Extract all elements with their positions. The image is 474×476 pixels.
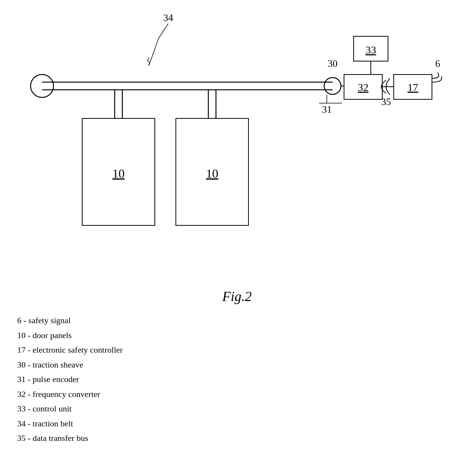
legend-area: 6 - safety signal 10 - door panels 17 - … <box>17 313 123 446</box>
figure-label: Fig.2 <box>222 288 252 304</box>
legend-item-6: 6 - safety signal <box>17 313 123 328</box>
label-30: 30 <box>328 58 338 69</box>
legend-item-31: 31 - pulse encoder <box>17 372 123 387</box>
diagram-area: 10 10 32 33 17 30 31 35 6 <box>0 0 474 275</box>
legend-item-34: 34 - traction belt <box>17 416 123 431</box>
label-10a: 10 <box>112 167 125 180</box>
legend-item-30: 30 - traction sheave <box>17 358 123 372</box>
label-31: 31 <box>322 104 332 115</box>
label-10b: 10 <box>206 167 218 180</box>
legend-item-35: 35 - data transfer bus <box>17 431 123 446</box>
svg-rect-0 <box>0 0 474 275</box>
legend-item-17: 17 - electronic safety controller <box>17 343 123 358</box>
label-6: 6 <box>435 58 440 69</box>
label-34: 34 <box>163 12 173 23</box>
legend-item-33: 33 - control unit <box>17 402 123 416</box>
label-35: 35 <box>381 96 391 107</box>
legend-item-10: 10 - door panels <box>17 328 123 343</box>
label-17: 17 <box>407 81 418 93</box>
technical-diagram: 10 10 32 33 17 30 31 35 6 <box>0 0 474 275</box>
label-33: 33 <box>365 44 376 56</box>
label-32: 32 <box>358 81 368 93</box>
legend-item-32: 32 - frequency converter <box>17 387 123 402</box>
